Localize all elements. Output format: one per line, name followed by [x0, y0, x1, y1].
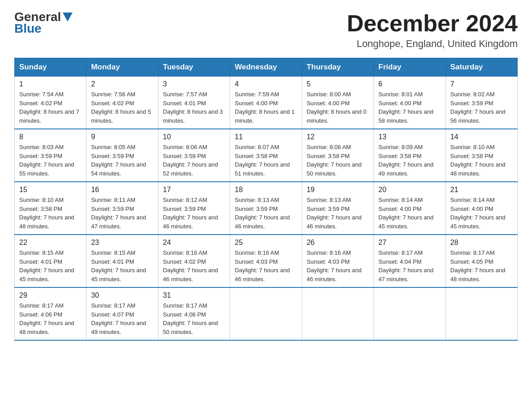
col-monday: Monday — [86, 58, 158, 77]
table-row — [302, 287, 373, 340]
table-row: 2 Sunrise: 7:56 AMSunset: 4:02 PMDayligh… — [86, 77, 158, 129]
table-row: 9 Sunrise: 8:05 AMSunset: 3:59 PMDayligh… — [86, 129, 158, 182]
day-info: Sunrise: 8:16 AMSunset: 4:03 PMDaylight:… — [307, 249, 362, 283]
calendar-table: Sunday Monday Tuesday Wednesday Thursday… — [14, 58, 518, 341]
page-header: General Blue December 2024 Longhope, Eng… — [14, 11, 518, 50]
calendar-header-row: Sunday Monday Tuesday Wednesday Thursday… — [15, 58, 518, 77]
day-info: Sunrise: 8:08 AMSunset: 3:58 PMDaylight:… — [307, 144, 362, 177]
col-tuesday: Tuesday — [158, 58, 230, 77]
col-saturday: Saturday — [446, 58, 517, 77]
day-info: Sunrise: 8:16 AMSunset: 4:03 PMDaylight:… — [235, 249, 290, 283]
table-row: 18 Sunrise: 8:13 AMSunset: 3:59 PMDaylig… — [230, 182, 302, 235]
day-number: 23 — [91, 239, 153, 247]
table-row — [374, 287, 446, 340]
day-number: 15 — [19, 186, 82, 194]
table-row: 28 Sunrise: 8:17 AMSunset: 4:05 PMDaylig… — [446, 235, 517, 287]
table-row: 8 Sunrise: 8:03 AMSunset: 3:59 PMDayligh… — [15, 129, 86, 182]
day-info: Sunrise: 8:13 AMSunset: 3:59 PMDaylight:… — [235, 197, 290, 230]
calendar-week-row: 15 Sunrise: 8:10 AMSunset: 3:58 PMDaylig… — [15, 182, 518, 235]
month-title: December 2024 — [347, 11, 518, 36]
calendar-week-row: 1 Sunrise: 7:54 AMSunset: 4:02 PMDayligh… — [15, 77, 518, 129]
day-info: Sunrise: 8:14 AMSunset: 4:00 PMDaylight:… — [378, 197, 433, 230]
day-number: 2 — [91, 80, 153, 88]
day-info: Sunrise: 8:12 AMSunset: 3:59 PMDaylight:… — [163, 197, 218, 230]
day-info: Sunrise: 8:07 AMSunset: 3:58 PMDaylight:… — [235, 144, 290, 177]
day-info: Sunrise: 8:00 AMSunset: 4:00 PMDaylight:… — [307, 91, 367, 124]
day-number: 29 — [19, 291, 82, 300]
day-number: 4 — [235, 80, 297, 88]
table-row: 11 Sunrise: 8:07 AMSunset: 3:58 PMDaylig… — [230, 129, 302, 182]
day-number: 13 — [378, 133, 441, 141]
day-info: Sunrise: 7:56 AMSunset: 4:02 PMDaylight:… — [91, 91, 151, 124]
day-number: 22 — [19, 239, 82, 247]
col-wednesday: Wednesday — [230, 58, 302, 77]
table-row: 1 Sunrise: 7:54 AMSunset: 4:02 PMDayligh… — [15, 77, 86, 129]
title-section: December 2024 Longhope, England, United … — [347, 11, 518, 50]
table-row: 22 Sunrise: 8:15 AMSunset: 4:01 PMDaylig… — [15, 235, 86, 287]
day-number: 19 — [307, 186, 369, 194]
table-row: 25 Sunrise: 8:16 AMSunset: 4:03 PMDaylig… — [230, 235, 302, 287]
table-row: 13 Sunrise: 8:09 AMSunset: 3:58 PMDaylig… — [374, 129, 446, 182]
col-thursday: Thursday — [302, 58, 373, 77]
table-row: 7 Sunrise: 8:02 AMSunset: 3:59 PMDayligh… — [446, 77, 517, 129]
day-info: Sunrise: 8:15 AMSunset: 4:01 PMDaylight:… — [19, 249, 74, 283]
logo: General Blue — [14, 11, 73, 36]
table-row — [230, 287, 302, 340]
day-info: Sunrise: 8:13 AMSunset: 3:59 PMDaylight:… — [307, 197, 362, 230]
day-number: 11 — [235, 133, 297, 141]
table-row: 10 Sunrise: 8:06 AMSunset: 3:59 PMDaylig… — [158, 129, 230, 182]
table-row: 21 Sunrise: 8:14 AMSunset: 4:00 PMDaylig… — [446, 182, 517, 235]
table-row: 24 Sunrise: 8:16 AMSunset: 4:02 PMDaylig… — [158, 235, 230, 287]
day-info: Sunrise: 7:57 AMSunset: 4:01 PMDaylight:… — [163, 91, 223, 124]
day-number: 9 — [91, 133, 153, 141]
col-sunday: Sunday — [15, 58, 86, 77]
location: Longhope, England, United Kingdom — [347, 38, 518, 50]
day-number: 5 — [307, 80, 369, 88]
day-number: 8 — [19, 133, 82, 141]
day-number: 28 — [450, 239, 513, 247]
day-number: 16 — [91, 186, 153, 194]
day-number: 18 — [235, 186, 297, 194]
table-row: 19 Sunrise: 8:13 AMSunset: 3:59 PMDaylig… — [302, 182, 373, 235]
table-row: 14 Sunrise: 8:10 AMSunset: 3:58 PMDaylig… — [446, 129, 517, 182]
day-info: Sunrise: 8:06 AMSunset: 3:59 PMDaylight:… — [163, 144, 218, 177]
table-row — [446, 287, 517, 340]
day-info: Sunrise: 8:15 AMSunset: 4:01 PMDaylight:… — [91, 249, 146, 283]
day-info: Sunrise: 8:17 AMSunset: 4:06 PMDaylight:… — [19, 302, 74, 335]
table-row: 4 Sunrise: 7:59 AMSunset: 4:00 PMDayligh… — [230, 77, 302, 129]
table-row: 5 Sunrise: 8:00 AMSunset: 4:00 PMDayligh… — [302, 77, 373, 129]
day-number: 20 — [378, 186, 441, 194]
table-row: 30 Sunrise: 8:17 AMSunset: 4:07 PMDaylig… — [86, 287, 158, 340]
day-number: 6 — [378, 80, 441, 88]
day-info: Sunrise: 8:10 AMSunset: 3:58 PMDaylight:… — [450, 144, 506, 177]
day-number: 10 — [163, 133, 225, 141]
day-info: Sunrise: 8:02 AMSunset: 3:59 PMDaylight:… — [450, 91, 506, 124]
day-info: Sunrise: 8:17 AMSunset: 4:08 PMDaylight:… — [163, 302, 218, 335]
table-row: 26 Sunrise: 8:16 AMSunset: 4:03 PMDaylig… — [302, 235, 373, 287]
day-info: Sunrise: 8:17 AMSunset: 4:07 PMDaylight:… — [91, 302, 146, 335]
table-row: 31 Sunrise: 8:17 AMSunset: 4:08 PMDaylig… — [158, 287, 230, 340]
day-info: Sunrise: 8:10 AMSunset: 3:58 PMDaylight:… — [19, 197, 74, 230]
day-number: 17 — [163, 186, 225, 194]
day-number: 25 — [235, 239, 297, 247]
table-row: 15 Sunrise: 8:10 AMSunset: 3:58 PMDaylig… — [15, 182, 86, 235]
day-number: 26 — [307, 239, 369, 247]
table-row: 29 Sunrise: 8:17 AMSunset: 4:06 PMDaylig… — [15, 287, 86, 340]
day-info: Sunrise: 8:17 AMSunset: 4:05 PMDaylight:… — [450, 249, 506, 283]
day-number: 30 — [91, 291, 153, 300]
calendar-week-row: 22 Sunrise: 8:15 AMSunset: 4:01 PMDaylig… — [15, 235, 518, 287]
table-row: 3 Sunrise: 7:57 AMSunset: 4:01 PMDayligh… — [158, 77, 230, 129]
table-row: 6 Sunrise: 8:01 AMSunset: 4:00 PMDayligh… — [374, 77, 446, 129]
table-row: 12 Sunrise: 8:08 AMSunset: 3:58 PMDaylig… — [302, 129, 373, 182]
day-info: Sunrise: 8:11 AMSunset: 3:59 PMDaylight:… — [91, 197, 146, 230]
calendar-week-row: 8 Sunrise: 8:03 AMSunset: 3:59 PMDayligh… — [15, 129, 518, 182]
day-number: 24 — [163, 239, 225, 247]
day-number: 3 — [163, 80, 225, 88]
table-row: 16 Sunrise: 8:11 AMSunset: 3:59 PMDaylig… — [86, 182, 158, 235]
day-info: Sunrise: 8:16 AMSunset: 4:02 PMDaylight:… — [163, 249, 218, 283]
day-info: Sunrise: 8:03 AMSunset: 3:59 PMDaylight:… — [19, 144, 74, 177]
svg-marker-0 — [63, 13, 73, 21]
logo-blue: Blue — [14, 21, 42, 36]
day-number: 21 — [450, 186, 513, 194]
day-number: 31 — [163, 291, 225, 300]
